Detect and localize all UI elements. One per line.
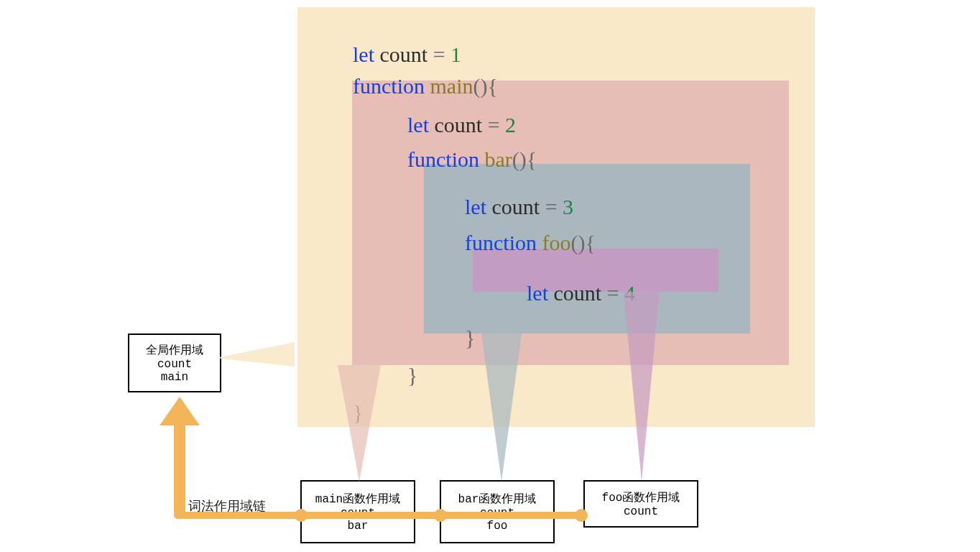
fn-foo: foo <box>537 231 571 254</box>
paren-brace: (){ <box>570 231 595 254</box>
pointer-global <box>216 342 302 385</box>
code-line-4: function bar(){ <box>397 121 537 172</box>
chain-dot-bar <box>434 509 447 522</box>
code-line-7: let count = 4 <box>516 254 635 306</box>
kw-let: let <box>527 281 548 305</box>
code-line-6: function foo(){ <box>454 204 596 256</box>
box-global-var1: count <box>135 358 214 371</box>
box-main-title: main函数作用域 <box>308 492 408 507</box>
chain-dot-main <box>295 509 308 522</box>
svg-marker-0 <box>216 342 295 367</box>
box-bar-title: bar函数作用域 <box>447 492 547 507</box>
kw-function: function <box>465 231 537 254</box>
chain-dot-foo <box>575 509 588 522</box>
box-main-var2: bar <box>308 520 408 533</box>
close-brace: } <box>407 363 417 387</box>
code-line-8: } <box>454 299 475 351</box>
scope-chain-label: 词法作用域链 <box>188 497 266 515</box>
box-global-var2: main <box>135 371 214 384</box>
code-line-10: } <box>342 374 363 426</box>
eq: = <box>607 281 624 305</box>
box-global-scope: 全局作用域 count main <box>128 334 221 392</box>
box-foo-var1: count <box>591 505 691 518</box>
close-brace: } <box>465 326 475 349</box>
close-brace: } <box>353 400 363 424</box>
code-line-9: } <box>397 336 417 388</box>
box-global-title: 全局作用域 <box>135 343 214 358</box>
box-foo-title: foo函数作用域 <box>591 490 691 505</box>
box-bar-var2: foo <box>447 520 547 533</box>
var-count: count <box>548 281 607 305</box>
chain-arrow-stem <box>174 417 185 518</box>
box-foo-scope: foo函数作用域 count <box>583 480 698 528</box>
num: 4 <box>624 281 635 305</box>
